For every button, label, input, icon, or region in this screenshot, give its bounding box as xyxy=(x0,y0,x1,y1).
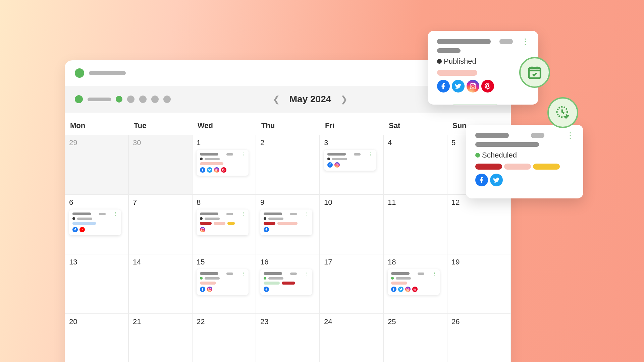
post-card[interactable]: ⋮ xyxy=(197,209,249,235)
tag-row xyxy=(391,282,436,285)
calendar-cell[interactable]: 1⋮ xyxy=(192,135,256,194)
filter-dot[interactable] xyxy=(163,96,171,103)
tag-pill xyxy=(72,222,96,225)
calendar-cell[interactable]: 22 xyxy=(192,314,256,362)
post-time-placeholder xyxy=(499,39,513,44)
calendar-cell[interactable]: 8⋮ xyxy=(192,194,256,254)
calendar-cell[interactable]: 15⋮ xyxy=(192,254,256,314)
status-dot-icon xyxy=(264,277,266,280)
pt-icon xyxy=(481,80,494,93)
network-icons xyxy=(327,162,373,168)
status-text-placeholder xyxy=(205,277,220,280)
post-time-placeholder xyxy=(99,213,106,215)
post-card[interactable]: ⋮ xyxy=(197,269,249,295)
network-icons xyxy=(264,287,309,292)
month-title: May 2024 xyxy=(289,94,331,105)
calendar-cell[interactable]: 16⋮ xyxy=(256,254,320,314)
calendar-cell[interactable]: 11 xyxy=(383,194,447,254)
status-dot-icon xyxy=(437,59,442,64)
filter-dot-active[interactable] xyxy=(75,95,83,103)
calendar-cell[interactable]: 4 xyxy=(383,135,447,194)
post-card[interactable]: ⋮ xyxy=(260,269,312,295)
more-menu-icon[interactable]: ⋮ xyxy=(432,273,436,275)
calendar-cell[interactable]: 2 xyxy=(256,135,320,194)
tw-icon xyxy=(207,167,212,173)
calendar-cell[interactable]: 13 xyxy=(65,254,128,314)
day-header: Thu xyxy=(256,121,320,130)
calendar-cell[interactable]: 18⋮ xyxy=(383,254,447,314)
day-number: 29 xyxy=(69,138,124,147)
filter-dot[interactable] xyxy=(127,96,135,103)
more-menu-icon[interactable]: ⋮ xyxy=(305,213,309,215)
network-icons xyxy=(437,80,529,93)
tag-pill xyxy=(277,222,298,225)
day-number: 30 xyxy=(133,138,188,147)
pt-icon xyxy=(221,167,226,173)
more-menu-icon[interactable]: ⋮ xyxy=(113,213,118,215)
calendar-cell[interactable]: 19 xyxy=(447,254,511,314)
status-text-placeholder xyxy=(205,218,220,220)
filter-dot[interactable] xyxy=(139,96,147,103)
day-number: 2 xyxy=(260,138,315,147)
day-number: 18 xyxy=(388,258,443,266)
calendar-cell[interactable]: 6⋮ xyxy=(65,194,128,254)
ig-icon xyxy=(200,227,205,232)
day-number: 24 xyxy=(324,317,379,326)
post-time-placeholder xyxy=(531,133,544,138)
calendar-cell[interactable]: 29 xyxy=(65,135,128,194)
brand-text-placeholder xyxy=(89,71,126,75)
month-nav: ❮ May 2024 ❯ xyxy=(273,94,348,105)
brand-dot xyxy=(75,68,84,78)
filter-dot[interactable] xyxy=(151,96,159,103)
post-card[interactable]: ⋮ xyxy=(69,209,121,235)
post-time-placeholder xyxy=(226,273,233,275)
calendar-cell[interactable]: 30 xyxy=(128,135,192,194)
status-dot-icon xyxy=(200,158,203,160)
next-month-button[interactable]: ❯ xyxy=(340,94,348,105)
svg-point-16 xyxy=(472,85,474,87)
calendar-cell[interactable]: 25 xyxy=(383,314,447,362)
calendar-cell[interactable]: 24 xyxy=(320,314,383,362)
day-number: 11 xyxy=(388,198,443,207)
filter-dot[interactable] xyxy=(116,96,122,103)
prev-month-button[interactable]: ❮ xyxy=(273,94,280,105)
status-dot-icon xyxy=(72,217,75,220)
tag-row xyxy=(437,70,529,76)
post-card[interactable]: ⋮ xyxy=(388,269,440,295)
svg-point-14 xyxy=(409,288,409,289)
more-menu-icon[interactable]: ⋮ xyxy=(305,273,309,275)
more-menu-icon[interactable]: ⋮ xyxy=(241,213,245,215)
filter-label-placeholder xyxy=(88,98,111,101)
post-card[interactable]: ⋮ xyxy=(324,150,376,171)
more-menu-icon[interactable]: ⋮ xyxy=(368,153,373,155)
tag-row xyxy=(72,222,118,225)
more-menu-icon[interactable]: ⋮ xyxy=(241,273,245,275)
status-text-placeholder xyxy=(396,277,411,280)
more-menu-icon[interactable]: ⋮ xyxy=(241,153,245,155)
network-icons xyxy=(391,287,436,292)
calendar-cell[interactable]: 23 xyxy=(256,314,320,362)
calendar-cell[interactable]: 9⋮ xyxy=(256,194,320,254)
tag-pill xyxy=(214,222,225,225)
calendar-cell[interactable]: 3⋮ xyxy=(320,135,383,194)
calendar-cell[interactable]: 17 xyxy=(320,254,383,314)
calendar-cell[interactable]: 26 xyxy=(447,314,511,362)
calendar-cell[interactable]: 20 xyxy=(65,314,128,362)
post-card[interactable]: ⋮ xyxy=(260,209,312,235)
calendar-cell[interactable]: 12 xyxy=(447,194,511,254)
post-preview-card-scheduled[interactable]: ⋮ Scheduled xyxy=(466,125,583,198)
more-menu-icon[interactable]: ⋮ xyxy=(566,134,574,136)
tag-pill xyxy=(200,162,223,165)
post-card[interactable]: ⋮ xyxy=(197,150,249,176)
calendar-cell[interactable]: 10 xyxy=(320,194,383,254)
calendar-cell[interactable]: 14 xyxy=(128,254,192,314)
calendar-cell[interactable]: 7 xyxy=(128,194,192,254)
fb-icon xyxy=(200,287,205,292)
more-menu-icon[interactable]: ⋮ xyxy=(521,41,529,43)
post-title-placeholder xyxy=(264,272,282,275)
day-number: 17 xyxy=(324,258,379,266)
day-number: 1 xyxy=(197,138,252,147)
day-number: 26 xyxy=(451,317,506,326)
tag-pill xyxy=(264,222,275,225)
calendar-cell[interactable]: 21 xyxy=(128,314,192,362)
